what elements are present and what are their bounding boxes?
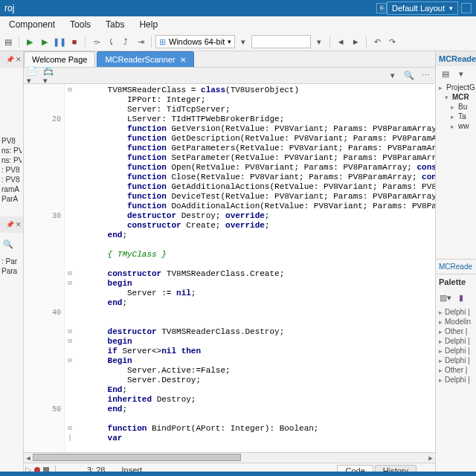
menu-tabs[interactable]: Tabs — [98, 18, 132, 31]
scroll-right-icon[interactable]: ► — [426, 454, 435, 463]
tab-mcreaderscanner[interactable]: MCReaderScanner ✕ — [97, 51, 193, 67]
project-tree-item[interactable]: ▸Ta — [439, 112, 473, 121]
left-panel-item[interactable]: : PV8 — [1, 175, 22, 184]
left-panel-body-1: PV8ns: PV8ns: PV8: PV8: PV8ramAParA — [0, 68, 23, 216]
palette-item[interactable]: ▸Other | — [439, 365, 473, 375]
filter-icon[interactable]: ▾ — [386, 69, 399, 83]
nav-fwd-icon[interactable]: ► — [349, 35, 362, 48]
left-panel-header-1: 📌 ✕ — [0, 51, 23, 68]
redo-icon[interactable]: ↷ — [385, 35, 399, 48]
left-panel-item[interactable]: ramA — [1, 184, 22, 194]
palette-item[interactable]: ▸Delphi | — [439, 336, 473, 346]
left-panel-header-2: 📌 ✕ — [0, 216, 23, 233]
editor-toolbar: 📄▾ 📇▾ ▾ 🔍 ⋯ — [24, 68, 435, 84]
close-icon[interactable]: ✕ — [16, 221, 22, 228]
pause-icon[interactable]: ❚❚ — [53, 35, 66, 48]
scroll-left-icon[interactable]: ◄ — [24, 454, 33, 463]
left-panel-item[interactable]: ParA — [1, 194, 22, 204]
palette-item[interactable]: ▸Delphi | — [439, 375, 473, 385]
left-panel-item[interactable]: : PV8 — [1, 165, 22, 175]
project-tree-item[interactable]: ▾MCR — [439, 92, 473, 102]
nav-back-icon[interactable]: ◄ — [334, 35, 347, 48]
pin-icon[interactable]: 📌 — [6, 56, 14, 63]
menubar: Component Tools Tabs Help — [0, 16, 476, 33]
windows-icon: ⊞ — [159, 37, 166, 47]
palette-filter-icon[interactable]: ▥▾ — [439, 291, 452, 304]
window-title: roj — [4, 3, 373, 13]
platform-selector[interactable]: ⊞ Windows 64-bit ▾ — [155, 35, 235, 48]
pin-icon[interactable]: 📌 — [6, 221, 14, 228]
run-icon[interactable]: ▶ — [23, 35, 36, 48]
tab-welcome[interactable]: Welcome Page — [24, 51, 95, 67]
palette-header: Palette — [436, 274, 476, 289]
undo-icon[interactable]: ↶ — [370, 35, 384, 48]
layout-selector[interactable]: Default Layout ▾ — [387, 1, 458, 15]
menu-help[interactable]: Help — [132, 18, 165, 31]
palette-item[interactable]: ▸Delphi | — [439, 356, 473, 365]
quick-action-icon[interactable]: ⎘ — [376, 3, 387, 13]
search-icon[interactable]: 🔍 — [1, 237, 15, 251]
layout-selector-label: Default Layout — [392, 4, 445, 13]
right-link[interactable]: MCReade — [436, 259, 476, 274]
run-no-debug-icon[interactable]: ▶ — [38, 35, 51, 48]
left-panel-item[interactable]: : Par — [1, 257, 22, 266]
titlebar-button[interactable] — [461, 3, 472, 13]
project-tree-item[interactable]: ▸ww — [439, 121, 473, 131]
tool-icon[interactable]: ▾ — [454, 67, 468, 80]
left-panel-item[interactable]: ns: PV8 — [1, 146, 22, 155]
stack-icon[interactable]: ▤ — [1, 35, 15, 48]
palette-item[interactable]: ▸Other | — [439, 327, 473, 336]
stop-icon[interactable]: ■ — [68, 35, 81, 48]
left-panel-body-2: 🔍 : ParPara — [0, 233, 23, 476]
palette-list[interactable]: ▸Delphi |▸Modelin▸Other |▸Delphi |▸Delph… — [436, 306, 476, 386]
tab-label: Welcome Page — [32, 55, 87, 64]
project-tree[interactable]: ▸ProjectG▾MCR▸Bu▸Ta▸ww — [436, 81, 476, 132]
code-editor[interactable]: 20 30 40 50 ⊟ — [24, 84, 435, 452]
palette-item[interactable]: ▸Delphi | — [439, 346, 473, 356]
platform-label: Windows 64-bit — [169, 37, 225, 46]
tool-icon[interactable]: ▤ — [439, 67, 452, 80]
chevron-down-icon: ▾ — [228, 38, 231, 45]
main-toolbar: ▤ ▶ ▶ ❚❚ ■ ⤼ ⤹ ⤴ ⇥ ⊞ Windows 64-bit ▾ ▾ … — [0, 33, 476, 51]
search-box[interactable] — [251, 35, 311, 48]
menu-component[interactable]: Component — [1, 18, 62, 31]
footer-bar — [0, 472, 476, 476]
menu-tools[interactable]: Tools — [62, 18, 98, 31]
close-icon[interactable]: ✕ — [180, 56, 186, 64]
more-icon[interactable]: ⋯ — [419, 69, 432, 83]
palette-item[interactable]: ▸Delphi | — [439, 307, 473, 317]
dropdown2-icon[interactable]: ▾ — [312, 35, 326, 48]
search-icon[interactable]: 🔍 — [402, 69, 416, 83]
dropdown-icon[interactable]: ▾ — [237, 35, 250, 48]
print-icon[interactable]: 📇▾ — [43, 69, 57, 83]
palette-item[interactable]: ▸Modelin — [439, 317, 473, 327]
tab-label: MCReaderScanner — [105, 55, 175, 64]
step-over-icon[interactable]: ⤼ — [89, 35, 103, 48]
step-out-icon[interactable]: ⤴ — [119, 35, 132, 48]
left-panel-item[interactable]: PV8 — [1, 136, 22, 146]
right-panel-header: MCReade — [436, 51, 476, 66]
project-tree-item[interactable]: ▸Bu — [439, 102, 473, 112]
left-panel-item[interactable]: Para — [1, 266, 22, 276]
step-into-icon[interactable]: ⤹ — [104, 35, 118, 48]
project-tree-item[interactable]: ▸ProjectG — [439, 83, 473, 92]
chevron-down-icon: ▾ — [449, 4, 453, 12]
horizontal-scrollbar[interactable]: ◄ ► — [24, 452, 435, 463]
close-icon[interactable]: ✕ — [16, 56, 22, 63]
scroll-thumb[interactable] — [33, 454, 241, 461]
run-to-cursor-icon[interactable]: ⇥ — [134, 35, 147, 48]
file-icon[interactable]: 📄▾ — [27, 69, 40, 83]
tab-bar: Welcome Page MCReaderScanner ✕ — [24, 51, 435, 68]
palette-tool-icon[interactable]: ▮ — [454, 291, 468, 304]
left-panel-item[interactable]: ns: PV8 — [1, 155, 22, 165]
